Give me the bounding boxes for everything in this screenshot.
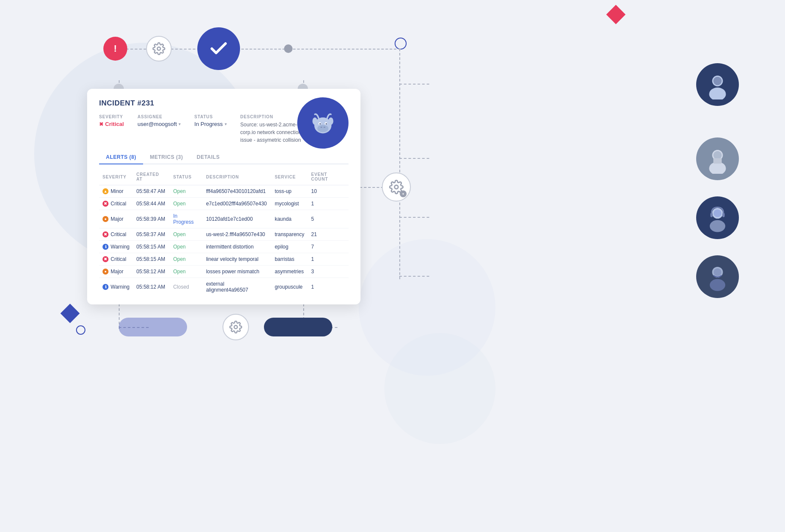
service-text: kaunda [271, 210, 308, 228]
severity-text: Major [111, 216, 123, 222]
description-text: linear velocity temporal [202, 253, 271, 266]
severity-text: Minor [111, 188, 123, 194]
status-text: Open [173, 244, 185, 250]
description-text: fff4a96507e43010120afd1 [202, 185, 271, 198]
col-service: SERVICE [271, 170, 308, 185]
severity-group: SEVERITY Critical [99, 114, 124, 127]
svg-point-8 [325, 123, 327, 125]
bottom-pill-right [264, 318, 332, 336]
status-text: Open [173, 269, 185, 275]
svg-point-2 [403, 193, 404, 195]
event-count-text: 5 [308, 210, 349, 228]
tab-details[interactable]: DETAILS [190, 151, 227, 164]
flow-line-v2 [399, 194, 400, 279]
table-row: ✖ Critical 05:58:15 AM Open linear veloc… [99, 253, 349, 266]
svg-point-4 [317, 125, 328, 132]
table-row: ℹ Warning 05:58:12 AM Closed external al… [99, 278, 349, 296]
table-row: ● Major 05:58:39 AM In Progress 10120afd… [99, 210, 349, 228]
event-count-text: 7 [308, 241, 349, 253]
svg-point-7 [319, 123, 321, 125]
description-text: 10120afd1e7c1ed00 [202, 210, 271, 228]
col-event-count: EVENT COUNT [308, 170, 349, 185]
svg-point-10 [323, 127, 325, 128]
svg-point-12 [328, 117, 334, 125]
bottom-pill-left [119, 318, 187, 336]
description-text: intermittent distortion [202, 241, 271, 253]
severity-text: Major [111, 269, 123, 275]
circle-outline-top [395, 38, 407, 50]
status-value[interactable]: In Progress ▾ [194, 121, 226, 127]
service-text: barristas [271, 253, 308, 266]
severity-cell: ▲ Minor [103, 188, 129, 194]
diamond-blue-icon [60, 304, 79, 323]
svg-rect-20 [713, 158, 722, 164]
flow-line-v1 [399, 49, 400, 194]
svg-point-0 [157, 47, 161, 50]
tab-metrics[interactable]: METRICS (3) [143, 151, 190, 164]
flow-line-av3 [399, 217, 429, 218]
status-text: Open [173, 231, 185, 237]
gear-node-right [382, 172, 411, 202]
severity-value: Critical [99, 121, 124, 127]
status-group: STATUS In Progress ▾ [194, 114, 226, 127]
status-text: Closed [173, 284, 189, 290]
status-label: STATUS [194, 114, 226, 119]
status-text: In Progress [173, 213, 193, 225]
severity-text: Warning [111, 284, 129, 290]
status-text: Open [173, 188, 185, 194]
created-at: 05:58:47 AM [133, 185, 170, 198]
created-at: 05:58:37 AM [133, 228, 170, 241]
description-text: e7c1ed002fff4a96507e430 [202, 198, 271, 210]
assignee-dropdown-icon: ▾ [179, 122, 181, 126]
svg-point-22 [710, 220, 725, 232]
event-count-text: 1 [308, 278, 349, 296]
svg-point-28 [714, 268, 721, 276]
avatar-1 [696, 63, 739, 106]
created-at: 05:58:15 AM [133, 241, 170, 253]
description-text: us-west-2.fff4a96507e430 [202, 228, 271, 241]
event-count-text: 3 [308, 266, 349, 278]
alerts-table: SEVERITY CREATED AT STATUS DESCRIPTION S… [99, 170, 349, 296]
table-row: ✖ Critical 05:58:37 AM Open us-west-2.ff… [99, 228, 349, 241]
severity-icon: ✖ [103, 231, 108, 237]
assignee-group: ASSIGNEE user@moogsoft ▾ [138, 114, 181, 127]
flow-line-av1 [399, 84, 429, 85]
severity-text: Warning [111, 244, 129, 250]
severity-icon: ℹ [103, 284, 108, 290]
severity-cell: ● Major [103, 269, 129, 275]
col-created-at: CREATED AT [133, 170, 170, 185]
flow-line-av4 [399, 276, 429, 277]
created-at: 05:58:12 AM [133, 266, 170, 278]
svg-rect-24 [710, 213, 713, 217]
dot-node-top [284, 44, 293, 53]
service-text: transparency [271, 228, 308, 241]
severity-icon: ℹ [103, 244, 108, 250]
service-text: groupuscule [271, 278, 308, 296]
error-node: ! [103, 37, 127, 61]
svg-point-23 [714, 209, 721, 217]
assignee-value[interactable]: user@moogsoft ▾ [138, 121, 181, 127]
severity-text: Critical [111, 201, 126, 207]
svg-rect-25 [722, 213, 725, 217]
severity-label: SEVERITY [99, 114, 124, 119]
table-row: ✖ Critical 05:58:44 AM Open e7c1ed002fff… [99, 198, 349, 210]
col-status: STATUS [170, 170, 202, 185]
description-text: external alignment4a96507 [202, 278, 271, 296]
severity-cell: ✖ Critical [103, 256, 129, 262]
service-text: mycologist [271, 198, 308, 210]
incident-card: INCIDENT #231 SEVERITY Critical ASSIGNEE… [87, 89, 360, 304]
avatar-3 [696, 196, 739, 239]
flow-line-av2 [399, 158, 429, 159]
table-row: ● Major 05:58:12 AM Open losses power mi… [99, 266, 349, 278]
gear-node-bottom [223, 314, 249, 340]
diamond-red-icon [606, 5, 625, 24]
table-row: ▲ Minor 05:58:47 AM Open fff4a96507e4301… [99, 185, 349, 198]
table-row: ℹ Warning 05:58:15 AM Open intermittent … [99, 241, 349, 253]
created-at: 05:58:39 AM [133, 210, 170, 228]
tab-alerts[interactable]: ALERTS (8) [99, 151, 143, 164]
created-at: 05:58:44 AM [133, 198, 170, 210]
severity-cell: ℹ Warning [103, 244, 129, 250]
svg-point-11 [313, 117, 318, 125]
check-node [197, 27, 240, 70]
flow-line-3 [241, 49, 289, 50]
